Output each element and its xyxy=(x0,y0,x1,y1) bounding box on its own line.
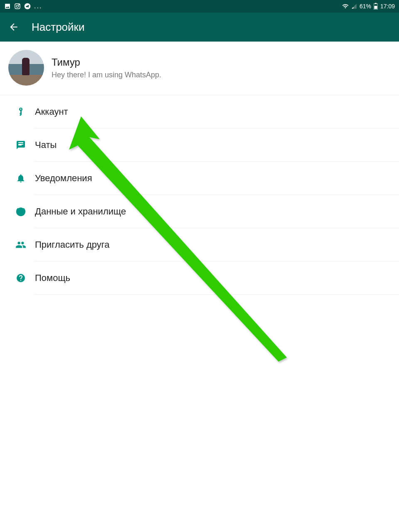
profile-name: Тимур xyxy=(52,57,161,68)
battery-icon xyxy=(374,3,378,10)
chat-icon xyxy=(12,140,29,150)
svg-point-2 xyxy=(19,5,19,5)
svg-point-1 xyxy=(16,5,18,7)
status-right: 61% 17:09 xyxy=(342,3,395,10)
profile-row[interactable]: Тимур Hey there! I am using WhatsApp. xyxy=(0,42,399,95)
key-icon xyxy=(12,107,29,117)
profile-text: Тимур Hey there! I am using WhatsApp. xyxy=(52,57,161,79)
avatar xyxy=(8,50,44,86)
status-bar: ... 61% 17:09 xyxy=(0,0,399,12)
status-time: 17:09 xyxy=(380,3,395,10)
profile-status: Hey there! I am using WhatsApp. xyxy=(52,71,161,79)
settings-item-label: Аккаунт xyxy=(35,95,399,128)
svg-point-7 xyxy=(15,206,26,217)
settings-item-label: Уведомления xyxy=(35,162,399,195)
settings-item-label: Данные и хранилище xyxy=(35,195,399,228)
settings-item-notifications[interactable]: Уведомления xyxy=(0,162,399,195)
signal-icon xyxy=(351,3,357,9)
svg-rect-6 xyxy=(374,6,377,9)
settings-item-account[interactable]: Аккаунт xyxy=(0,95,399,128)
settings-item-label: Чаты xyxy=(35,128,399,162)
telegram-icon xyxy=(24,3,31,10)
settings-item-data[interactable]: Данные и хранилище xyxy=(0,195,399,228)
settings-list: Аккаунт Чаты Уведомления Данные и хранил… xyxy=(0,95,399,295)
instagram-icon xyxy=(14,3,21,10)
back-button[interactable] xyxy=(8,22,19,32)
app-bar: Настройки xyxy=(0,12,399,42)
status-left: ... xyxy=(4,2,42,10)
svg-rect-5 xyxy=(375,3,377,4)
bell-icon xyxy=(12,173,29,183)
battery-percent: 61% xyxy=(360,3,371,10)
people-icon xyxy=(12,239,29,250)
page-title: Настройки xyxy=(32,21,85,34)
gallery-icon xyxy=(4,3,11,10)
settings-item-help[interactable]: Помощь xyxy=(0,261,399,295)
help-icon xyxy=(12,273,29,283)
settings-item-chats[interactable]: Чаты xyxy=(0,128,399,162)
settings-item-label: Помощь xyxy=(35,261,399,295)
status-more: ... xyxy=(34,2,42,10)
wifi-icon xyxy=(342,3,349,10)
data-icon xyxy=(12,206,29,217)
settings-item-invite[interactable]: Пригласить друга xyxy=(0,228,399,261)
settings-item-label: Пригласить друга xyxy=(35,228,399,261)
